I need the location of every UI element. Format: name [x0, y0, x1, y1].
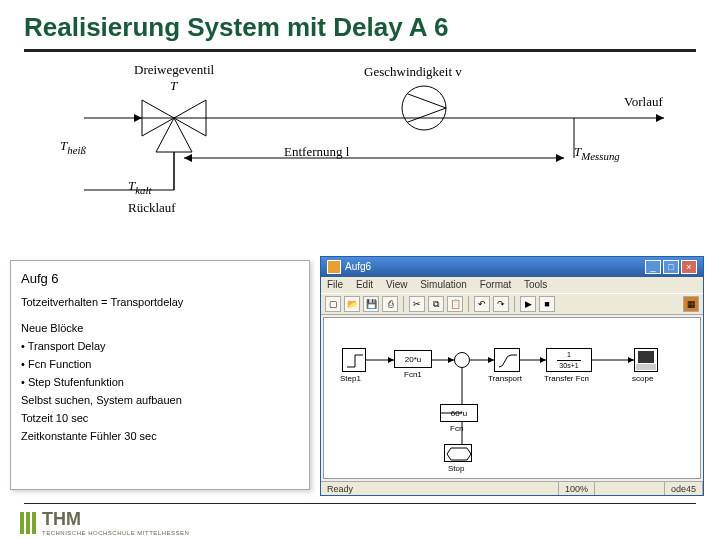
label-vorlauf: Vorlauf — [624, 94, 663, 110]
notes-line2: Selbst suchen, System aufbauen — [21, 394, 299, 406]
notes-line3: Totzeit 10 sec — [21, 412, 299, 424]
notes-bullet-3: • Step Stufenfunktion — [21, 376, 299, 388]
logo-text: THM — [42, 509, 189, 530]
label-transfer: Transfer Fcn — [544, 374, 589, 383]
svg-marker-4 — [156, 118, 192, 152]
menu-edit[interactable]: Edit — [356, 279, 373, 290]
window-title: Aufg6 — [345, 257, 371, 277]
status-ready: Ready — [321, 482, 559, 495]
rule-top — [24, 49, 696, 52]
svg-line-16 — [408, 94, 446, 108]
svg-marker-18 — [447, 448, 471, 460]
label-ruecklauf: Rücklauf — [128, 200, 176, 216]
copy-icon[interactable]: ⧉ — [428, 296, 444, 312]
label-entfernung: Entfernung l — [284, 144, 349, 160]
menu-tools[interactable]: Tools — [524, 279, 547, 290]
run-icon[interactable]: ▶ — [520, 296, 536, 312]
menu-bar[interactable]: File Edit View Simulation Format Tools — [321, 277, 703, 293]
library-icon[interactable]: ▦ — [683, 296, 699, 312]
menu-format[interactable]: Format — [480, 279, 512, 290]
block-fcn1[interactable]: 20*u — [394, 350, 432, 368]
status-solver: ode45 — [665, 482, 703, 495]
svg-marker-13 — [556, 154, 564, 162]
cut-icon[interactable]: ✂ — [409, 296, 425, 312]
model-canvas[interactable]: Step1 20*u Fcn1 Transport 130s+1 Transfe… — [323, 317, 701, 479]
menu-file[interactable]: File — [327, 279, 343, 290]
notes-line4: Zeitkonstante Fühler 30 sec — [21, 430, 299, 442]
svg-point-15 — [402, 86, 446, 130]
open-icon[interactable]: 📂 — [344, 296, 360, 312]
status-pct: 100% — [559, 482, 595, 495]
label-fcn1: Fcn1 — [404, 370, 422, 379]
label-T-messung: TMessung — [574, 144, 620, 162]
menu-simulation[interactable]: Simulation — [420, 279, 467, 290]
block-fcn[interactable]: 60*u — [440, 404, 478, 422]
minimize-button[interactable]: _ — [645, 260, 661, 274]
save-icon[interactable]: 💾 — [363, 296, 379, 312]
stop-icon[interactable]: ■ — [539, 296, 555, 312]
print-icon[interactable]: ⎙ — [382, 296, 398, 312]
svg-marker-7 — [134, 114, 142, 122]
logo-bars-icon — [20, 512, 38, 534]
block-transfer-fcn[interactable]: 130s+1 — [546, 348, 592, 372]
paste-icon[interactable]: 📋 — [447, 296, 463, 312]
app-icon — [327, 260, 341, 274]
label-transport: Transport — [488, 374, 522, 383]
svg-marker-12 — [184, 154, 192, 162]
notes-bullet-2: • Fcn Function — [21, 358, 299, 370]
wires — [324, 318, 704, 483]
notes-line1: Totzeitverhalten = Transportdelay — [21, 296, 299, 308]
thm-logo: THM TECHNISCHE HOCHSCHULE MITTELHESSEN — [20, 509, 189, 536]
label-fcn: Fcn — [450, 424, 463, 433]
block-transport-delay[interactable] — [494, 348, 520, 372]
new-icon[interactable]: ▢ — [325, 296, 341, 312]
window-titlebar[interactable]: Aufg6 _ □ × — [321, 257, 703, 277]
rule-bottom — [24, 503, 696, 504]
block-scope[interactable] — [634, 348, 658, 372]
label-stop: Stop — [448, 464, 464, 473]
notes-bullet-1: • Transport Delay — [21, 340, 299, 352]
notes-heading: Aufg 6 — [21, 271, 299, 286]
logo-subtext: TECHNISCHE HOCHSCHULE MITTELHESSEN — [42, 530, 189, 536]
block-sum[interactable] — [454, 352, 470, 368]
label-T-heiss: TTheißheiß — [60, 138, 86, 156]
page-title: Realisierung System mit Delay A 6 — [0, 0, 720, 49]
redo-icon[interactable]: ↷ — [493, 296, 509, 312]
label-geschwindigkeit: Geschwindigkeit v — [364, 64, 462, 80]
svg-marker-1 — [656, 114, 664, 122]
pipe-diagram: Dreiwegeventil T TTheißheiß Tkalt Rückla… — [24, 60, 696, 230]
svg-line-17 — [408, 108, 446, 122]
block-stop[interactable] — [444, 444, 472, 462]
block-step1[interactable] — [342, 348, 366, 372]
close-button[interactable]: × — [681, 260, 697, 274]
notes-section: Neue Blöcke — [21, 322, 299, 334]
menu-view[interactable]: View — [386, 279, 408, 290]
label-step1: Step1 — [340, 374, 361, 383]
label-scope: scope — [632, 374, 653, 383]
status-bar: Ready 100% ode45 — [321, 481, 703, 495]
label-T: T — [170, 78, 177, 94]
valve-label: Dreiwegeventil — [134, 62, 214, 78]
label-T-kalt: Tkalt — [128, 178, 151, 196]
toolbar: ▢ 📂 💾 ⎙ ✂ ⧉ 📋 ↶ ↷ ▶ ■ ▦ — [321, 293, 703, 315]
simulink-window: Aufg6 _ □ × File Edit View Simulation Fo… — [320, 256, 704, 496]
notes-panel: Aufg 6 Totzeitverhalten = Transportdelay… — [10, 260, 310, 490]
maximize-button[interactable]: □ — [663, 260, 679, 274]
undo-icon[interactable]: ↶ — [474, 296, 490, 312]
